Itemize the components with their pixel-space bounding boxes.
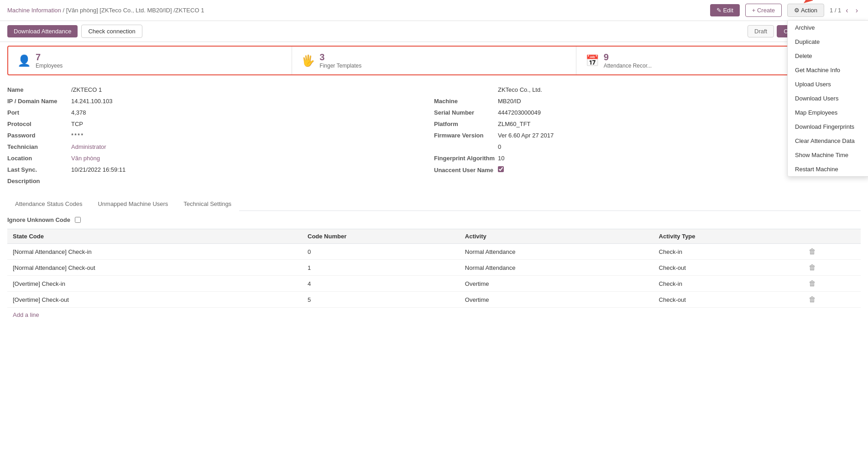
action-wrapper: ⚙ Action Archive Duplicate Delete Get Ma… xyxy=(787,4,824,17)
employees-label: Employees xyxy=(36,63,63,69)
top-header: Machine Information / [Văn phòng] [ZKTec… xyxy=(0,0,868,21)
ignore-checkbox[interactable] xyxy=(75,217,81,223)
field-description-label: Description xyxy=(7,178,71,184)
form-left: Name /ZKTECO 1 IP / Domain Name 14.241.1… xyxy=(7,86,434,189)
stat-finger-templates[interactable]: 🖐 3 Finger Templates xyxy=(292,47,576,74)
field-fingerprint-algo-value: 10 xyxy=(498,155,504,162)
download-attendance-button[interactable]: Download Attendance xyxy=(7,25,78,37)
field-serial-label: Serial Number xyxy=(434,109,498,116)
menu-item-get-machine-info[interactable]: Get Machine Info xyxy=(788,63,868,77)
stat-employees[interactable]: 👤 7 Employees xyxy=(8,47,292,74)
breadcrumb-root[interactable]: Machine Information xyxy=(7,7,61,14)
add-line-button[interactable]: Add a line xyxy=(7,308,861,322)
form-area: Name /ZKTECO 1 IP / Domain Name 14.241.1… xyxy=(0,79,868,189)
field-ip-label: IP / Domain Name xyxy=(7,98,71,105)
menu-item-upload-users[interactable]: Upload Users xyxy=(788,77,868,91)
field-firmware-value: Ver 6.60 Apr 27 2017 xyxy=(498,132,554,139)
menu-item-duplicate[interactable]: Duplicate xyxy=(788,35,868,49)
field-last-sync-label: Last Sync. xyxy=(7,166,71,173)
field-unaccent-checkbox[interactable] xyxy=(498,166,504,172)
col-code-number: Code Number xyxy=(302,229,460,244)
delete-row-icon[interactable]: 🗑 xyxy=(809,279,816,287)
field-last-sync-value: 10/21/2022 16:59:11 xyxy=(71,166,125,173)
field-technician-value[interactable]: Administrator xyxy=(71,143,106,150)
breadcrumb-path: [Văn phòng] [ZKTeco Co., Ltd. MB20/ID] /… xyxy=(66,7,204,14)
delete-row-icon[interactable]: 🗑 xyxy=(809,295,816,303)
field-platform-label: Platform xyxy=(434,121,498,127)
prev-button[interactable]: ‹ xyxy=(843,5,851,16)
field-unknown1-value: 0 xyxy=(498,143,501,150)
breadcrumb: Machine Information / [Văn phòng] [ZKTec… xyxy=(7,7,705,14)
menu-item-clear-attendance[interactable]: Clear Attendance Data xyxy=(788,134,868,148)
field-location-value[interactable]: Văn phòng xyxy=(71,155,100,162)
field-location-label: Location xyxy=(7,155,71,162)
field-last-sync: Last Sync. 10/21/2022 16:59:11 xyxy=(7,166,425,173)
finger-icon: 🖐 xyxy=(301,54,315,67)
field-name: Name /ZKTECO 1 xyxy=(7,86,425,93)
check-connection-button[interactable]: Check connection xyxy=(81,25,142,38)
field-serial-value: 4447203000049 xyxy=(498,109,541,116)
code-number-cell: 4 xyxy=(302,276,460,292)
table-row: [Overtime] Check-in 4 Overtime Check-in … xyxy=(7,276,861,292)
menu-item-restart-machine[interactable]: Restart Machine xyxy=(788,162,868,176)
field-company-value: ZKTeco Co., Ltd. xyxy=(498,86,542,93)
field-ip: IP / Domain Name 14.241.100.103 xyxy=(7,98,425,105)
table-row: [Normal Attendance] Check-out 1 Normal A… xyxy=(7,260,861,276)
status-draft[interactable]: Draft xyxy=(748,25,774,37)
tab-technical-settings[interactable]: Technical Settings xyxy=(176,196,239,211)
finger-count: 3 xyxy=(319,52,361,63)
delete-row-icon[interactable]: 🗑 xyxy=(809,263,816,271)
menu-item-download-fingerprints[interactable]: Download Fingerprints xyxy=(788,120,868,134)
table-container: State Code Code Number Activity Activity… xyxy=(0,229,868,322)
table-row: [Overtime] Check-out 5 Overtime Check-ou… xyxy=(7,292,861,308)
activity-type-cell: Check-out xyxy=(654,292,803,308)
create-button[interactable]: + Create xyxy=(745,4,782,17)
col-activity-type: Activity Type xyxy=(654,229,803,244)
attendance-icon: 📅 xyxy=(586,54,599,67)
state-code-cell: [Normal Attendance] Check-out xyxy=(7,260,302,276)
status-codes-table: State Code Code Number Activity Activity… xyxy=(7,229,861,308)
tabs: Attendance Status Codes Unmapped Machine… xyxy=(7,196,861,211)
tabs-section: Attendance Status Codes Unmapped Machine… xyxy=(0,196,868,211)
field-name-label: Name xyxy=(7,86,71,93)
code-number-cell: 1 xyxy=(302,260,460,276)
code-number-cell: 5 xyxy=(302,292,460,308)
state-code-cell: [Overtime] Check-out xyxy=(7,292,302,308)
menu-item-map-employees[interactable]: Map Employees xyxy=(788,105,868,120)
menu-item-show-machine-time[interactable]: Show Machine Time xyxy=(788,148,868,162)
activity-type-cell: Check-in xyxy=(654,244,803,260)
employees-count: 7 xyxy=(36,52,63,63)
field-unaccent-label: Unaccent User Name xyxy=(434,167,498,174)
field-ip-value: 14.241.100.103 xyxy=(71,98,112,105)
action-dropdown-menu: Archive Duplicate Delete Get Machine Inf… xyxy=(787,20,868,177)
activity-cell: Overtime xyxy=(460,292,654,308)
action-toolbar: Download Attendance Check connection Dra… xyxy=(0,21,868,42)
activity-type-cell: Check-in xyxy=(654,276,803,292)
field-port: Port 4,378 xyxy=(7,109,425,116)
menu-item-download-users[interactable]: Download Users xyxy=(788,91,868,105)
activity-type-cell: Check-out xyxy=(654,260,803,276)
field-platform-value: ZLM60_TFT xyxy=(498,121,531,127)
field-name-value: /ZKTECO 1 xyxy=(71,86,102,93)
action-button[interactable]: ⚙ Action xyxy=(787,4,824,17)
attendance-count: 9 xyxy=(604,52,652,63)
next-button[interactable]: › xyxy=(853,5,861,16)
edit-button[interactable]: ✎ Edit xyxy=(710,4,740,16)
pagination: 1 / 1 ‹ › xyxy=(830,5,861,16)
tab-unmapped-users[interactable]: Unmapped Machine Users xyxy=(90,196,176,211)
field-location: Location Văn phòng xyxy=(7,155,425,162)
menu-item-delete[interactable]: Delete xyxy=(788,49,868,63)
code-number-cell: 0 xyxy=(302,244,460,260)
field-password: Password **** xyxy=(7,132,425,139)
tab-attendance-status[interactable]: Attendance Status Codes xyxy=(7,196,90,211)
menu-item-archive[interactable]: Archive xyxy=(788,21,868,35)
field-protocol-value: TCP xyxy=(71,121,83,127)
field-description: Description xyxy=(7,178,425,184)
col-state-code: State Code xyxy=(7,229,302,244)
delete-row-icon[interactable]: 🗑 xyxy=(809,247,816,255)
ignore-label: Ignore Unknown Code xyxy=(7,216,71,223)
field-protocol: Protocol TCP xyxy=(7,121,425,127)
field-port-value: 4,378 xyxy=(71,109,86,116)
col-actions xyxy=(803,229,861,244)
employees-icon: 👤 xyxy=(17,54,31,67)
